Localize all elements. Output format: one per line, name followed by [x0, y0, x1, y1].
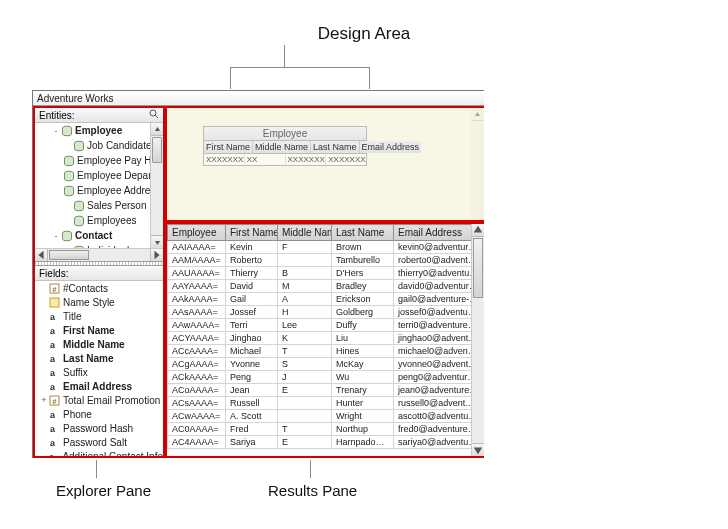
explorer-pane-label: Explorer Pane [56, 482, 151, 499]
expand-icon[interactable]: - [51, 231, 61, 241]
entity-tree-item[interactable]: -Employee [37, 123, 163, 138]
scroll-up-icon[interactable] [151, 123, 163, 136]
table-cell: AAsAAAA= [168, 306, 226, 319]
design-column-header[interactable]: Last Name [311, 141, 360, 153]
table-row[interactable]: AAYAAAA=DavidMBradleydavid0@adventure-wo… [168, 280, 484, 293]
table-row[interactable]: ACgAAAA=YvonneSMcKayyvonne0@adventure-wo… [168, 358, 484, 371]
field-list-item[interactable]: aFirst Name [35, 323, 163, 337]
design-area-pane[interactable]: Employee First NameMiddle NameLast NameE… [165, 106, 484, 222]
field-list-item[interactable]: aSuffix [35, 365, 163, 379]
table-cell: Jinghao [226, 332, 278, 345]
results-scrollbar[interactable] [471, 224, 484, 456]
scroll-thumb[interactable] [49, 250, 89, 260]
table-cell: S [278, 358, 332, 371]
entity-tree-item[interactable]: -Contact [37, 228, 163, 243]
table-cell: H [278, 306, 332, 319]
field-list-item[interactable]: aPassword Salt [35, 435, 163, 449]
svg-text:a: a [50, 438, 56, 448]
scroll-up-icon[interactable] [471, 108, 484, 121]
design-column-header[interactable]: Middle Name [253, 141, 311, 153]
scroll-left-icon[interactable] [35, 249, 48, 261]
entities-scrollbar[interactable] [150, 123, 163, 248]
table-row[interactable]: AC4AAAA=SariyaEHarnpadoungsa...sariya0@a… [168, 436, 484, 449]
field-list-item[interactable]: aTitle [35, 309, 163, 323]
field-label: Last Name [63, 353, 114, 364]
entity-tree-item[interactable]: Employee Pay Histories [37, 153, 163, 168]
table-row[interactable]: ACcAAAA=MichaelTHinesmichael0@adventure-… [168, 345, 484, 358]
table-row[interactable]: ACwAAAA=A. ScottWrightascott0@adventure-… [168, 410, 484, 423]
scroll-up-icon[interactable] [472, 224, 484, 237]
app-window: Adventure Works Entities: -EmployeeJob C… [32, 90, 484, 458]
field-list-item[interactable]: aAdditional Contact Info [35, 449, 163, 456]
table-row[interactable]: AAwAAAA=TerriLeeDuffyterri0@adventure-wo… [168, 319, 484, 332]
table-row[interactable]: AAIAAAA=KevinFBrownkevin0@adventure-work… [168, 241, 484, 254]
results-column-header[interactable]: Email Address [394, 225, 484, 241]
table-cell: Roberto [226, 254, 278, 267]
field-list-item[interactable]: ##Contacts [35, 281, 163, 295]
table-row[interactable]: ACYAAAA=JinghaoKLiujinghao0@adventure-wo… [168, 332, 484, 345]
table-cell: T [278, 423, 332, 436]
design-column-header[interactable]: Email Address [360, 141, 422, 153]
table-row[interactable]: AAUAAAA=ThierryBD'Hersthierry0@adventure… [168, 267, 484, 280]
table-row[interactable]: AC0AAAA=FredTNorthupfred0@adventure-work… [168, 423, 484, 436]
table-cell: jean0@adventure-works.com [394, 384, 484, 397]
search-icon[interactable] [149, 108, 159, 123]
table-cell: Tamburello [332, 254, 394, 267]
field-list-item[interactable]: +#Total Email Promotion [35, 393, 163, 407]
entity-tree-item[interactable]: Employee Department Histories [37, 168, 163, 183]
field-type-icon: # [49, 395, 60, 406]
entities-tree: -EmployeeJob CandidatesEmployee Pay Hist… [35, 123, 163, 248]
table-cell: J [278, 371, 332, 384]
table-row[interactable]: ACkAAAA=PengJWupeng0@adventure-works.com [168, 371, 484, 384]
entity-tree-item[interactable]: Employees [37, 213, 163, 228]
results-column-header[interactable]: Employee [168, 225, 226, 241]
table-cell: Hines [332, 345, 394, 358]
results-column-header[interactable]: Last Name [332, 225, 394, 241]
field-list-item[interactable]: aLast Name [35, 351, 163, 365]
entities-header: Entities: [35, 108, 163, 123]
table-row[interactable]: ACoAAAA=JeanETrenaryjean0@adventure-work… [168, 384, 484, 397]
table-cell: B [278, 267, 332, 280]
design-scrollbar[interactable] [471, 108, 484, 220]
table-row[interactable]: ACsAAAA=RussellHunterrussell0@adventure-… [168, 397, 484, 410]
entity-tree-item[interactable]: Employee Addresses [37, 183, 163, 198]
results-column-header[interactable]: First Name [226, 225, 278, 241]
field-list-item[interactable]: aPassword Hash [35, 421, 163, 435]
table-row[interactable]: AAsAAAA=JossefHGoldbergjossef0@adventure… [168, 306, 484, 319]
svg-line-1 [155, 115, 158, 118]
table-cell: ACgAAAA= [168, 358, 226, 371]
table-row[interactable]: AAkAAAA=GailAEricksongail0@adventure-wor… [168, 293, 484, 306]
field-list-item[interactable]: aPhone [35, 407, 163, 421]
expand-icon[interactable]: + [39, 395, 49, 405]
table-cell: ACYAAAA= [168, 332, 226, 345]
breadcrumb[interactable]: Adventure Works [33, 91, 484, 106]
entity-icon [63, 185, 75, 197]
svg-text:a: a [50, 410, 56, 420]
scroll-down-icon[interactable] [151, 235, 163, 248]
scroll-down-icon[interactable] [472, 443, 484, 456]
field-type-icon: a [49, 311, 60, 322]
table-cell: AAIAAAA= [168, 241, 226, 254]
svg-text:a: a [50, 368, 56, 378]
entity-tree-item[interactable]: Job Candidates [37, 138, 163, 153]
table-cell: A. Scott [226, 410, 278, 423]
field-list-item[interactable]: Name Style [35, 295, 163, 309]
entity-tree-item[interactable]: Sales Person [37, 198, 163, 213]
results-column-header[interactable]: Middle Name [278, 225, 332, 241]
callout-line [369, 67, 370, 89]
scroll-right-icon[interactable] [150, 249, 163, 261]
field-list-item[interactable]: aMiddle Name [35, 337, 163, 351]
scroll-thumb[interactable] [152, 137, 162, 163]
table-row[interactable]: AAMAAAA=RobertoTamburelloroberto0@advent… [168, 254, 484, 267]
field-label: Suffix [63, 367, 88, 378]
app-body: Entities: -EmployeeJob CandidatesEmploye… [33, 106, 484, 458]
expand-icon[interactable]: - [51, 126, 61, 136]
field-list-item[interactable]: aEmail Address [35, 379, 163, 393]
entities-hscrollbar[interactable] [35, 248, 163, 261]
table-cell: roberto0@adventure-works.com [394, 254, 484, 267]
design-entity[interactable]: Employee First NameMiddle NameLast NameE… [203, 126, 367, 166]
scroll-thumb[interactable] [473, 238, 483, 298]
svg-text:a: a [50, 424, 56, 434]
entity-label: Employee [75, 125, 122, 136]
design-column-header[interactable]: First Name [204, 141, 253, 153]
